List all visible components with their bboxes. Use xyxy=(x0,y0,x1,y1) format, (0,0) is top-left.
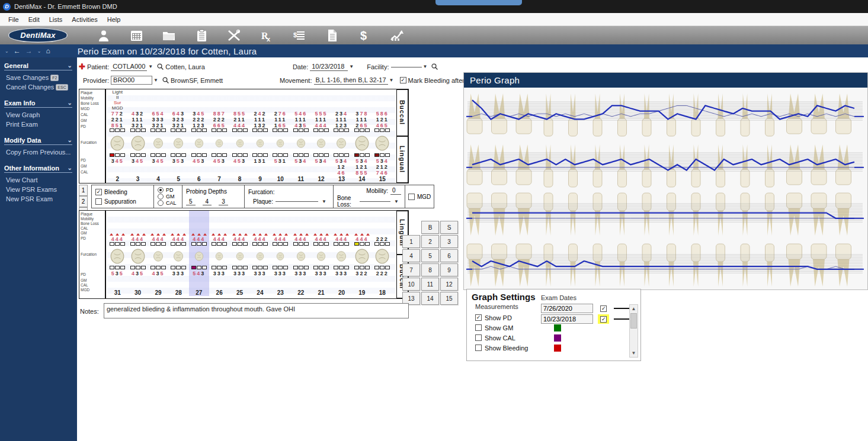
tooth-number[interactable]: 10 xyxy=(277,176,284,182)
tooth-number[interactable]: 28 xyxy=(175,289,182,296)
probing-depth-value[interactable]: 4 xyxy=(203,198,212,205)
gm-buccal-values[interactable]: 111 xyxy=(274,117,286,123)
site-box[interactable] xyxy=(344,153,349,157)
tooth-occlusal-image[interactable] xyxy=(236,247,244,266)
site-box[interactable] xyxy=(304,266,309,269)
site-box[interactable] xyxy=(197,128,201,132)
site-box[interactable] xyxy=(110,242,114,246)
site-box[interactable] xyxy=(339,153,344,157)
site-box[interactable] xyxy=(252,153,257,157)
site-box[interactable] xyxy=(171,128,175,132)
pd-buccal-values[interactable]: 333 xyxy=(172,271,185,276)
gm-buccal-values[interactable]: 111 xyxy=(132,117,144,123)
site-box[interactable] xyxy=(232,266,237,269)
pd-lingual-values[interactable]: 444 xyxy=(132,236,144,242)
pd-buccal-values[interactable]: 333 xyxy=(233,271,246,276)
site-box[interactable] xyxy=(171,242,175,246)
tooth-number[interactable]: 15 xyxy=(379,176,386,182)
site-box[interactable] xyxy=(334,242,338,246)
dropdown-arrow-icon[interactable]: ▼ xyxy=(349,64,354,69)
tooth-number[interactable]: 21 xyxy=(318,289,325,296)
site-box[interactable] xyxy=(130,153,135,157)
site-box[interactable] xyxy=(212,128,216,132)
site-box[interactable] xyxy=(293,266,298,269)
site-box[interactable] xyxy=(380,153,385,157)
tooth-occlusal-image[interactable] xyxy=(336,247,347,266)
tooth-column-27[interactable]: 44454327 xyxy=(189,211,209,296)
mode-radio-gm[interactable]: GM xyxy=(158,194,178,199)
pd-buccal-values[interactable]: 123 xyxy=(193,123,205,128)
site-box[interactable] xyxy=(191,266,196,269)
site-box[interactable] xyxy=(130,128,135,132)
tooth-occlusal-image[interactable] xyxy=(354,247,370,266)
site-box[interactable] xyxy=(176,153,181,157)
tooth-column-25[interactable]: 44433325 xyxy=(229,211,249,296)
tooth-number[interactable]: 2 xyxy=(116,176,119,182)
site-box[interactable] xyxy=(120,266,125,269)
site-box[interactable] xyxy=(283,128,288,132)
site-box[interactable] xyxy=(150,242,155,246)
cal-lingual-values[interactable]: 855 xyxy=(355,170,368,176)
ledger-icon[interactable]: $ xyxy=(292,28,307,43)
reports-icon[interactable] xyxy=(389,28,405,43)
site-box[interactable] xyxy=(385,242,390,246)
tooth-number[interactable]: 11 xyxy=(297,176,304,182)
site-box[interactable] xyxy=(324,242,329,246)
pd-lingual-values[interactable]: 444 xyxy=(274,236,287,242)
pd-buccal-values[interactable]: 333 xyxy=(294,271,307,276)
site-box[interactable] xyxy=(171,153,175,157)
cal-buccal-values[interactable]: 546 xyxy=(294,111,307,117)
sidebar-item-cancel-changes[interactable]: Cancel Changes ESC xyxy=(4,82,77,92)
site-box[interactable] xyxy=(365,128,370,132)
site-box[interactable] xyxy=(141,128,146,132)
site-box[interactable] xyxy=(313,266,318,269)
site-box[interactable] xyxy=(115,128,120,132)
gm-buccal-values[interactable]: 121 xyxy=(376,117,389,123)
search-icon[interactable] xyxy=(157,63,164,70)
site-box[interactable] xyxy=(161,242,166,246)
site-box[interactable] xyxy=(156,128,161,132)
site-box[interactable] xyxy=(365,153,370,157)
sidebar-item-new-psr-exam[interactable]: New PSR Exam xyxy=(4,194,77,204)
tooth-occlusal-image[interactable] xyxy=(153,133,164,153)
pd-lingual-values[interactable]: 444 xyxy=(172,236,185,242)
sidebar-item-view-psr-exams[interactable]: View PSR Exams xyxy=(4,185,77,194)
keypad-key-12[interactable]: 12 xyxy=(440,278,458,291)
site-box[interactable] xyxy=(360,153,364,157)
site-box[interactable] xyxy=(334,153,338,157)
site-box[interactable] xyxy=(324,153,329,157)
site-box[interactable] xyxy=(304,128,309,132)
site-box[interactable] xyxy=(136,242,140,246)
mode-radio-cal[interactable]: CAL xyxy=(158,200,178,206)
keypad-key-2[interactable]: 2 xyxy=(421,235,439,248)
site-box[interactable] xyxy=(354,153,359,157)
keypad-key-5[interactable]: 5 xyxy=(421,249,439,262)
measurement-checkbox[interactable] xyxy=(475,314,482,321)
site-box[interactable] xyxy=(176,242,181,246)
menu-item-activities[interactable]: Activities xyxy=(67,14,102,25)
site-box[interactable] xyxy=(181,242,186,246)
chevron-down-icon[interactable]: ⌄ xyxy=(37,49,41,54)
site-box[interactable] xyxy=(130,266,135,269)
site-box[interactable] xyxy=(334,266,338,269)
site-box[interactable] xyxy=(243,153,248,157)
tooth-number[interactable]: 22 xyxy=(297,289,304,296)
home-icon[interactable]: ⌂ xyxy=(46,47,50,55)
pd-lingual-values[interactable]: 131 xyxy=(254,158,266,164)
site-box[interactable] xyxy=(374,128,379,132)
site-box[interactable] xyxy=(252,242,257,246)
tooth-column-30[interactable]: 44443530 xyxy=(127,211,148,296)
site-box[interactable] xyxy=(222,242,227,246)
dropdown-arrow-icon[interactable]: ▼ xyxy=(389,78,394,83)
site-box[interactable] xyxy=(354,128,359,132)
pd-buccal-values[interactable]: 465 xyxy=(376,123,389,128)
keypad-key-S[interactable]: S xyxy=(440,221,458,234)
folder-icon[interactable] xyxy=(161,28,177,43)
pd-lingual-values[interactable]: 444 xyxy=(315,236,328,242)
tooth-number[interactable]: 24 xyxy=(257,289,263,296)
site-box[interactable] xyxy=(110,128,114,132)
site-box[interactable] xyxy=(181,128,186,132)
tooth-number[interactable]: 8 xyxy=(238,176,242,182)
site-box[interactable] xyxy=(344,266,349,269)
tooth-occlusal-image[interactable] xyxy=(194,133,204,153)
